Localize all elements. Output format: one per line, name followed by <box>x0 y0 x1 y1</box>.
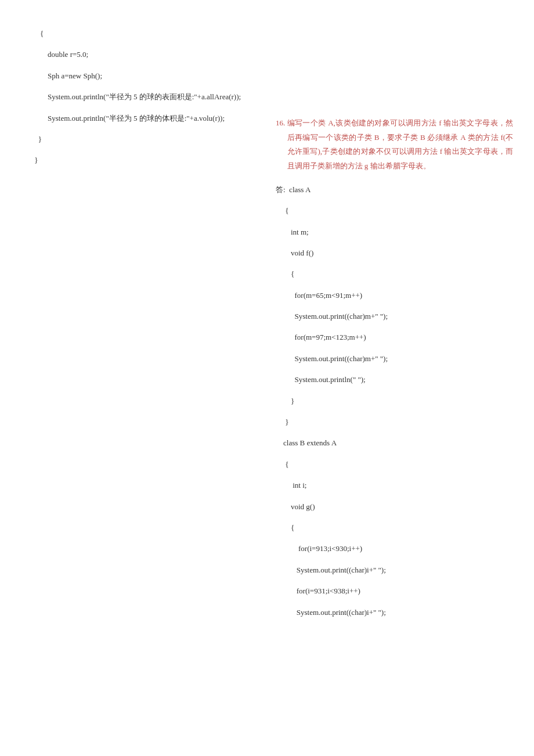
code-line: { <box>276 517 517 538</box>
code-line: } <box>276 412 517 433</box>
code-line: class B extends A <box>276 433 517 453</box>
code-line: 答: class A <box>276 179 517 200</box>
code-line: { <box>276 264 517 285</box>
code-line: void f() <box>276 243 517 264</box>
code-line: System.out.println("半径为 5 的球的表面积是:"+a.al… <box>17 87 258 107</box>
code-line: for(m=97;m<123;m++) <box>276 327 517 348</box>
code-line: int m; <box>276 222 517 243</box>
code-line: } <box>17 150 258 171</box>
code-line: { <box>276 200 517 221</box>
code-line: for(m=65;m<91;m++) <box>276 285 517 306</box>
question-block: 16. 编写一个类 A,该类创建的对象可以调用方法 f 输出英文字母表，然后再编… <box>276 116 517 174</box>
code-line: System.out.print((char)m+" "); <box>276 306 517 327</box>
code-line: { <box>276 454 517 475</box>
code-line: for(i=913;i<930;i++) <box>276 538 517 559</box>
code-line: void g() <box>276 496 517 517</box>
code-line: } <box>17 129 258 150</box>
code-line: System.out.print((char)i+" "); <box>276 560 517 581</box>
code-line: { <box>17 23 258 44</box>
page: { double r=5.0; Sph a=new Sph(); System.… <box>0 0 534 640</box>
left-column: { double r=5.0; Sph a=new Sph(); System.… <box>17 23 267 623</box>
question-number: 16. <box>276 116 285 131</box>
code-line: System.out.print((char)m+" "); <box>276 348 517 369</box>
code-line: System.out.print((char)i+" "); <box>276 602 517 623</box>
code-line: System.out.println("半径为 5 的球的体积是:"+a.vol… <box>17 108 258 129</box>
code-line: int i; <box>276 475 517 496</box>
code-line: } <box>276 391 517 412</box>
code-line: Sph a=new Sph(); <box>17 66 258 87</box>
code-line: System.out.println(" "); <box>276 369 517 390</box>
right-column: 16. 编写一个类 A,该类创建的对象可以调用方法 f 输出英文字母表，然后再编… <box>267 23 517 623</box>
code-line: double r=5.0; <box>17 44 258 65</box>
question-text: 编写一个类 A,该类创建的对象可以调用方法 f 输出英文字母表，然后再编写一个该… <box>287 116 514 174</box>
code-line: for(i=931;i<938;i++) <box>276 581 517 602</box>
